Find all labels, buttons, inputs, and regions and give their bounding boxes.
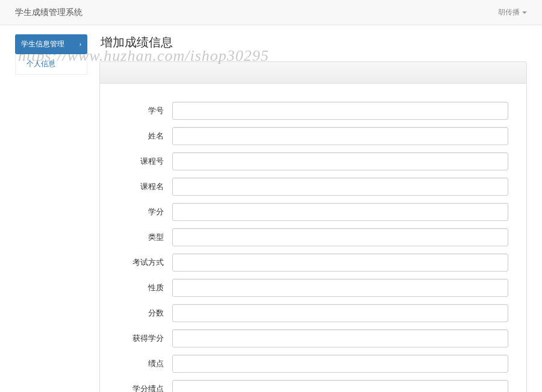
form-label: 绩点 — [118, 358, 172, 369]
form-row-gpa: 绩点 — [118, 355, 508, 373]
nature-input[interactable] — [172, 279, 508, 297]
gpa-input[interactable] — [172, 355, 508, 373]
form-row-credit-gpa: 学分绩点 — [118, 380, 508, 392]
course-id-input[interactable] — [172, 152, 508, 170]
exam-method-input[interactable] — [172, 254, 508, 272]
form-label: 类型 — [118, 232, 172, 243]
form-panel: 学号 姓名 课程号 课程名 学分 — [99, 61, 527, 392]
form-label: 获得学分 — [118, 333, 172, 344]
type-input[interactable] — [172, 228, 508, 246]
form-row-name: 姓名 — [118, 127, 508, 145]
user-name: 胡传播 — [498, 7, 520, 17]
form-row-student-id: 学号 — [118, 102, 508, 120]
chevron-right-icon: › — [79, 41, 81, 48]
form-row-course-name: 课程名 — [118, 178, 508, 196]
credits-input[interactable] — [172, 203, 508, 221]
form-label: 姓名 — [118, 131, 172, 142]
earned-credits-input[interactable] — [172, 329, 508, 347]
form-row-earned-credits: 获得学分 — [118, 329, 508, 347]
form-row-nature: 性质 — [118, 279, 508, 297]
course-name-input[interactable] — [172, 178, 508, 196]
panel-body: 学号 姓名 课程号 课程名 学分 — [100, 84, 526, 392]
form-label: 学号 — [118, 105, 172, 116]
sidebar-item-label: 个人信息 — [26, 60, 55, 68]
credit-gpa-input[interactable] — [172, 380, 508, 392]
form-label: 性质 — [118, 282, 172, 293]
name-input[interactable] — [172, 127, 508, 145]
top-nav: 学生成绩管理系统 胡传播 — [0, 0, 542, 25]
form-label: 分数 — [118, 308, 172, 319]
form-row-course-id: 课程号 — [118, 152, 508, 170]
container: 学生信息管理 › 个人信息 增加成绩信息 学号 姓名 课程号 — [0, 25, 542, 392]
sidebar-item-student-grade[interactable]: 学生信息管理 › — [15, 34, 87, 54]
page-title: 增加成绩信息 — [99, 34, 527, 51]
form-label: 学分绩点 — [118, 384, 172, 392]
sidebar-item-personal-info[interactable]: 个人信息 — [15, 54, 87, 75]
panel-heading — [100, 62, 526, 84]
form-label: 课程号 — [118, 156, 172, 167]
form-label: 学分 — [118, 207, 172, 217]
form-row-exam-method: 考试方式 — [118, 254, 508, 272]
app-title: 学生成绩管理系统 — [15, 7, 83, 18]
sidebar-item-label: 学生信息管理 — [21, 39, 64, 49]
form-row-type: 类型 — [118, 228, 508, 246]
main-content: 增加成绩信息 学号 姓名 课程号 课程名 — [99, 34, 527, 392]
form-label: 课程名 — [118, 181, 172, 192]
sidebar: 学生信息管理 › 个人信息 — [15, 34, 87, 392]
form-row-score: 分数 — [118, 304, 508, 322]
user-menu[interactable]: 胡传播 — [498, 7, 527, 17]
form-label: 考试方式 — [118, 257, 172, 268]
student-id-input[interactable] — [172, 102, 508, 120]
score-input[interactable] — [172, 304, 508, 322]
form-row-credits: 学分 — [118, 203, 508, 221]
caret-down-icon — [522, 11, 527, 14]
